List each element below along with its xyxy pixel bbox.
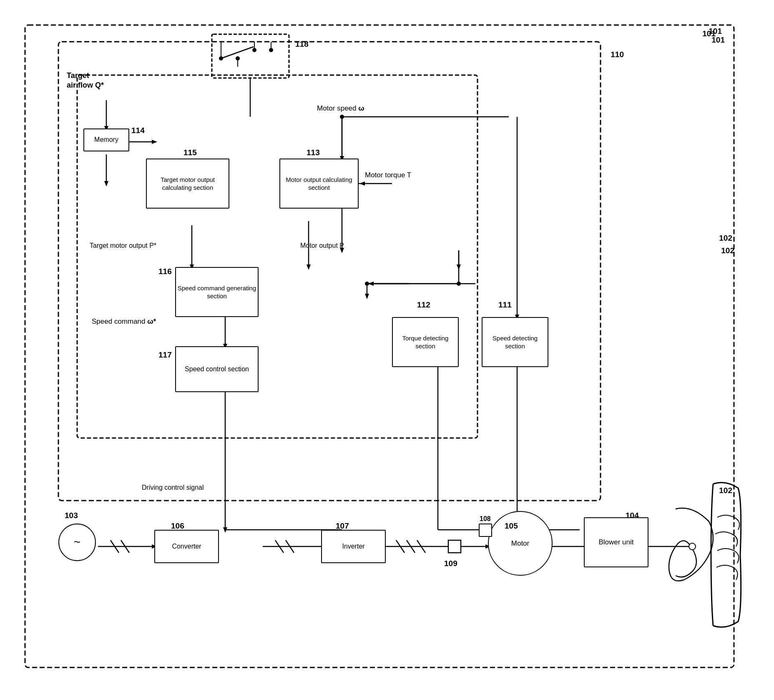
ref-102: 102 <box>719 234 732 243</box>
svg-line-58 <box>275 540 284 553</box>
label-motor-speed: Motor speed ω <box>317 104 364 113</box>
svg-point-23 <box>340 115 344 119</box>
block-motor-output-calc: Motor output calculating sectiont <box>279 159 359 209</box>
diagram-arrows <box>17 17 757 683</box>
svg-line-10 <box>221 47 254 58</box>
svg-marker-40 <box>368 282 374 286</box>
label-motor-output: Motor output P <box>300 242 344 249</box>
block-speed-detecting: Speed detecting section <box>482 317 548 367</box>
block-memory: Memory <box>83 128 129 151</box>
svg-point-4 <box>219 56 223 60</box>
label-102: 102 <box>721 246 734 255</box>
svg-line-62 <box>121 540 129 553</box>
label-104: 104 <box>626 511 639 520</box>
svg-line-51 <box>396 540 405 553</box>
svg-marker-74 <box>365 294 369 299</box>
label-speed-command: Speed command ω* <box>92 317 156 326</box>
block-sensor-108 <box>479 524 492 537</box>
diagram-container: 101 102 101 102 Targetair flow Q* 118 Me… <box>17 17 757 683</box>
svg-marker-33 <box>359 181 365 186</box>
svg-marker-20 <box>152 140 157 144</box>
label-101-ref: 101 <box>711 35 725 45</box>
label-106: 106 <box>171 521 184 531</box>
svg-point-75 <box>689 543 696 550</box>
block-torque-detecting: Torque detecting section <box>392 317 459 367</box>
svg-line-52 <box>407 540 415 553</box>
label-114: 114 <box>131 126 145 135</box>
svg-point-43 <box>457 282 461 286</box>
svg-rect-0 <box>25 25 734 667</box>
label-target-motor-output: Target motor output P* <box>90 242 156 249</box>
label-102-ref: 102 <box>719 486 732 495</box>
svg-marker-18 <box>104 181 108 186</box>
circle-motor: Motor <box>488 511 553 576</box>
svg-point-14 <box>269 48 273 52</box>
label-driving-control: Driving control signal <box>142 484 204 491</box>
label-113: 113 <box>307 148 320 157</box>
blower-unit-shape <box>709 476 742 634</box>
svg-marker-31 <box>307 264 311 270</box>
label-108: 108 <box>480 515 491 523</box>
label-111: 111 <box>498 300 512 310</box>
label-110: 110 <box>611 50 624 59</box>
label-118: 118 <box>295 40 309 49</box>
block-target-motor-calc: Target motor output calculating section <box>146 159 229 209</box>
label-109: 109 <box>444 559 457 568</box>
svg-line-59 <box>286 540 294 553</box>
svg-line-61 <box>111 540 119 553</box>
label-103: 103 <box>65 511 78 520</box>
svg-rect-54 <box>448 540 461 553</box>
block-inverter: Inverter <box>321 530 386 563</box>
block-speed-control: Speed control section <box>175 346 259 392</box>
circle-ac-source: ~ <box>58 524 96 561</box>
svg-point-6 <box>252 48 256 52</box>
svg-point-72 <box>365 282 369 286</box>
label-115: 115 <box>183 148 197 157</box>
svg-point-5 <box>236 56 240 60</box>
label-target-air-flow: Targetair flow Q* <box>67 71 104 91</box>
label-117: 117 <box>158 350 172 360</box>
block-speed-cmd-gen: Speed command generating section <box>175 267 259 317</box>
label-116: 116 <box>158 267 172 276</box>
block-converter: Converter <box>154 530 219 563</box>
svg-rect-3 <box>212 34 289 78</box>
label-105: 105 <box>505 521 518 531</box>
svg-marker-71 <box>368 282 374 286</box>
svg-point-7 <box>269 48 273 52</box>
label-112: 112 <box>417 300 430 310</box>
label-107: 107 <box>336 521 349 531</box>
svg-marker-37 <box>223 527 227 533</box>
block-blower: Blower unit <box>584 517 648 567</box>
svg-point-13 <box>219 57 223 60</box>
svg-marker-69 <box>457 264 461 270</box>
svg-line-53 <box>417 540 425 553</box>
label-motor-torque: Motor torque T <box>365 171 411 179</box>
